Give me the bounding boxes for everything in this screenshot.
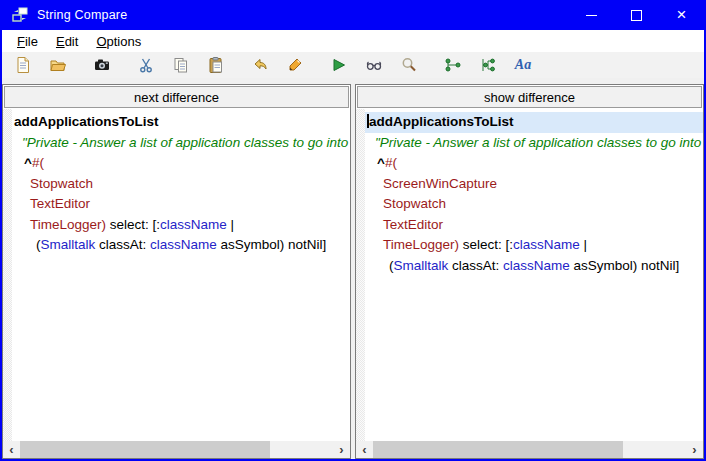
scroll-right-icon[interactable]: › xyxy=(333,441,350,458)
left-vertical-scrollbar[interactable] xyxy=(3,109,12,441)
code-line[interactable]: addApplicationsToList xyxy=(365,112,703,133)
minimize-icon[interactable] xyxy=(569,0,614,30)
app-window: String Compare × File Edit Options xyxy=(0,0,706,461)
code-line[interactable]: "Private - Answer a list of application … xyxy=(365,133,703,154)
code-segment: asSymbol) notNil] xyxy=(217,237,327,252)
code-line[interactable]: (Smalltalk classAt: className asSymbol) … xyxy=(12,235,350,256)
left-horizontal-scrollbar[interactable]: ‹ › xyxy=(3,441,350,458)
toolbar: Aa xyxy=(2,52,704,78)
search-icon[interactable] xyxy=(396,54,422,76)
code-segment: TimeLogger) xyxy=(383,237,459,252)
scroll-left-icon[interactable]: ‹ xyxy=(356,441,373,458)
branch-nodes-icon[interactable] xyxy=(475,54,501,76)
code-segment: TextEditor xyxy=(383,217,443,232)
camera-icon[interactable] xyxy=(89,54,115,76)
code-segment: asSymbol) notNil] xyxy=(570,258,680,273)
new-document-icon[interactable] xyxy=(10,54,36,76)
right-vertical-scrollbar[interactable] xyxy=(356,109,365,441)
left-scroll-thumb[interactable] xyxy=(20,441,270,458)
paste-icon[interactable] xyxy=(203,54,229,76)
code-segment: className xyxy=(160,217,227,232)
scroll-left-icon[interactable]: ‹ xyxy=(3,441,20,458)
code-line[interactable]: TimeLogger) select: [:className | xyxy=(365,235,703,256)
code-line[interactable]: Stopwatch xyxy=(12,174,350,195)
code-segment: select: [: xyxy=(459,237,513,252)
code-segment: | xyxy=(580,237,587,252)
code-segment: "Private - Answer a list of application … xyxy=(22,135,350,150)
left-code-editor[interactable]: addApplicationsToList"Private - Answer a… xyxy=(12,109,350,441)
code-segment: Stopwatch xyxy=(383,196,446,211)
menu-file[interactable]: File xyxy=(8,32,47,51)
code-segment: ScreenWinCapture xyxy=(383,176,497,191)
show-difference-button[interactable]: show difference xyxy=(357,86,702,108)
code-line[interactable]: ^#( xyxy=(12,153,350,174)
right-horizontal-scrollbar[interactable]: ‹ › xyxy=(356,441,703,458)
code-line[interactable]: (Smalltalk classAt: className asSymbol) … xyxy=(365,256,703,277)
brush-icon[interactable] xyxy=(282,54,308,76)
code-segment: #( xyxy=(385,155,397,170)
play-icon[interactable] xyxy=(326,54,352,76)
right-scroll-thumb[interactable] xyxy=(373,441,623,458)
right-pane-body: addApplicationsToList"Private - Answer a… xyxy=(356,109,703,441)
code-segment: className xyxy=(513,237,580,252)
code-line[interactable]: Stopwatch xyxy=(365,194,703,215)
code-segment: select: [: xyxy=(106,217,160,232)
right-pane: show difference addApplicationsToList"Pr… xyxy=(355,84,704,459)
code-segment: Smalltalk xyxy=(394,258,449,273)
code-segment: classAt: xyxy=(95,237,150,252)
code-segment: ^ xyxy=(24,155,32,170)
undo-icon[interactable] xyxy=(247,54,273,76)
code-line[interactable]: TimeLogger) select: [:className | xyxy=(12,215,350,236)
code-segment: "Private - Answer a list of application … xyxy=(375,135,703,150)
next-difference-button[interactable]: next difference xyxy=(4,86,349,108)
left-scroll-track[interactable] xyxy=(20,441,333,458)
code-segment: Stopwatch xyxy=(30,176,93,191)
code-segment: addApplicationsToList xyxy=(14,114,159,129)
title-bar: String Compare × xyxy=(2,0,704,30)
code-segment: #( xyxy=(32,155,44,170)
code-segment: TextEditor xyxy=(30,196,90,211)
code-segment: addApplicationsToList xyxy=(369,114,514,129)
app-icon[interactable] xyxy=(11,7,29,23)
code-line[interactable]: ^#( xyxy=(365,153,703,174)
menu-bar: File Edit Options xyxy=(2,30,704,52)
merge-nodes-icon[interactable] xyxy=(440,54,466,76)
window-title: String Compare xyxy=(37,8,127,22)
code-line[interactable]: TextEditor xyxy=(365,215,703,236)
copy-icon[interactable] xyxy=(168,54,194,76)
code-segment: className xyxy=(503,258,570,273)
scroll-right-icon[interactable]: › xyxy=(686,441,703,458)
menu-edit[interactable]: Edit xyxy=(47,32,87,51)
code-segment: | xyxy=(227,217,234,232)
maximize-icon[interactable] xyxy=(614,0,659,30)
code-line[interactable]: addApplicationsToList xyxy=(12,112,350,133)
code-line[interactable]: "Private - Answer a list of application … xyxy=(12,133,350,154)
open-folder-icon[interactable] xyxy=(45,54,71,76)
cut-icon[interactable] xyxy=(133,54,159,76)
glasses-icon[interactable] xyxy=(361,54,387,76)
code-segment: className xyxy=(150,237,217,252)
code-segment: ^ xyxy=(377,155,385,170)
code-line[interactable]: ScreenWinCapture xyxy=(365,174,703,195)
code-segment: classAt: xyxy=(448,258,503,273)
code-segment: Smalltalk xyxy=(41,237,96,252)
left-pane-body: addApplicationsToList"Private - Answer a… xyxy=(3,109,350,441)
right-scroll-track[interactable] xyxy=(373,441,686,458)
right-code-editor[interactable]: addApplicationsToList"Private - Answer a… xyxy=(365,109,703,441)
font-icon[interactable]: Aa xyxy=(510,54,536,76)
code-line[interactable]: TextEditor xyxy=(12,194,350,215)
left-pane: next difference addApplicationsToList"Pr… xyxy=(2,84,351,459)
diff-split: next difference addApplicationsToList"Pr… xyxy=(2,78,704,459)
menu-options[interactable]: Options xyxy=(87,32,150,51)
close-icon[interactable]: × xyxy=(659,0,704,30)
code-segment: TimeLogger) xyxy=(30,217,106,232)
